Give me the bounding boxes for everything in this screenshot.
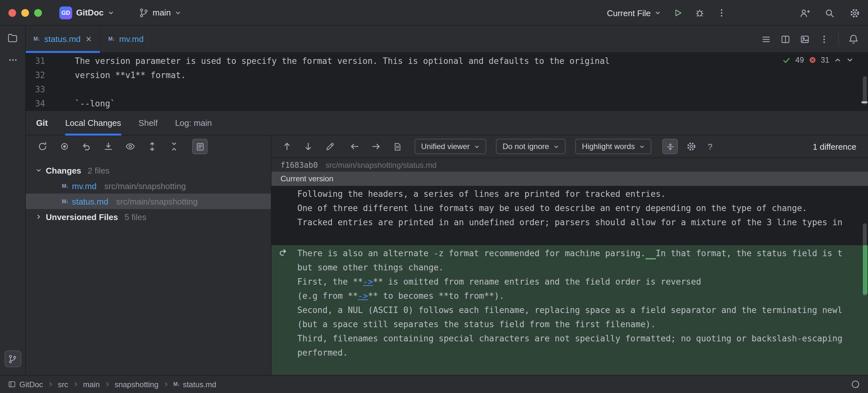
preview-eye-icon[interactable]: [123, 139, 138, 154]
close-tab-icon[interactable]: [85, 35, 92, 42]
tab-local-changes[interactable]: Local Changes: [65, 111, 121, 135]
tree-file-status-md[interactable]: M↓ status.md src/main/snapshotting: [26, 193, 271, 209]
toolwindow-title: Git: [36, 118, 48, 128]
rollback-icon[interactable]: [79, 139, 94, 154]
help-button[interactable]: ?: [705, 142, 715, 151]
tab-options-kebab-icon[interactable]: [819, 34, 829, 44]
whitespace-ignore-dropdown[interactable]: Do not ignore: [496, 139, 566, 154]
diff-line: There is also an alternate -z format rec…: [272, 246, 868, 261]
run-configuration-selector[interactable]: Current File: [607, 8, 661, 18]
settings-gear-icon[interactable]: [849, 7, 860, 19]
minimize-window-button[interactable]: [21, 9, 29, 17]
project-tool-button[interactable]: [7, 32, 18, 43]
difference-count: 1 difference: [813, 142, 860, 151]
markdown-link[interactable]: ->: [363, 277, 373, 286]
code-text: version **v1** format.: [75, 68, 186, 83]
preview-diff-toggle[interactable]: [192, 139, 208, 154]
breadcrumb-snapshotting[interactable]: snapshotting: [115, 380, 158, 389]
commit-target-icon[interactable]: [57, 139, 72, 154]
breadcrumb-src[interactable]: src: [58, 380, 68, 389]
tab-log-main[interactable]: Log: main: [175, 111, 212, 135]
changes-tree: Changes 2 files M↓ mv.md src/main/snapsh…: [26, 157, 271, 224]
collapse-all-icon[interactable]: [166, 139, 182, 154]
preview-image-icon[interactable]: [800, 34, 810, 44]
more-tool-windows-icon[interactable]: [7, 55, 18, 65]
chevron-right-icon[interactable]: [35, 214, 42, 220]
version-label-bar: Current version: [272, 172, 868, 186]
tree-file-mv-md[interactable]: M↓ mv.md src/main/snapshotting: [26, 178, 271, 193]
tree-node-changes[interactable]: Changes 2 files: [26, 162, 271, 178]
markdown-file-icon: M↓: [34, 36, 40, 42]
chevron-right-icon: [163, 382, 169, 387]
file-path: src/main/snapshotting: [116, 196, 198, 206]
previous-change-arrow-icon[interactable]: [279, 139, 295, 154]
editor-line[interactable]: 31 The version parameter is used to spec…: [26, 54, 868, 68]
code-with-me-icon[interactable]: [799, 7, 810, 19]
expand-all-icon[interactable]: [145, 139, 160, 154]
previous-problem-chevron-icon[interactable]: [834, 56, 842, 64]
markdown-link[interactable]: ->: [358, 291, 368, 301]
tab-label: mv.md: [119, 34, 144, 44]
chevron-down-icon: [554, 144, 559, 149]
back-arrow-icon[interactable]: [347, 139, 363, 154]
tab-mv-md[interactable]: M↓ mv.md: [101, 26, 152, 52]
chevron-down-icon: [655, 10, 661, 16]
tab-shelf[interactable]: Shelf: [138, 111, 158, 135]
run-widget: Current File: [607, 0, 727, 26]
refresh-icon[interactable]: [35, 139, 50, 154]
line-number: 31: [26, 54, 45, 68]
next-problem-chevron-icon[interactable]: [846, 56, 854, 64]
diff-settings-gear-icon[interactable]: [684, 139, 700, 154]
tab-status-md[interactable]: M↓ status.md: [26, 26, 101, 52]
project-window-icon: [8, 380, 16, 389]
chevron-down-icon[interactable]: [35, 167, 42, 174]
divider: [838, 32, 839, 46]
edit-pencil-icon[interactable]: [322, 139, 337, 154]
tool-window-stripe: [0, 26, 26, 375]
project-name: GitDoc: [76, 8, 103, 18]
editor-line[interactable]: 32 version **v1** format.: [26, 68, 868, 83]
run-icon[interactable]: [673, 8, 683, 18]
diff-file-path: src/main/snapshotting/status.md: [326, 160, 437, 170]
markdown-editor[interactable]: 31 The version parameter is used to spec…: [26, 53, 868, 111]
chevron-right-icon: [104, 382, 110, 387]
git-tool-button[interactable]: [4, 351, 21, 367]
highlight-mode-dropdown[interactable]: Highlight words: [576, 139, 652, 154]
viewer-mode-dropdown[interactable]: Unified viewer: [415, 139, 487, 154]
split-editor-icon[interactable]: [780, 34, 790, 44]
diff-line: Third, filenames containing special char…: [272, 332, 868, 346]
zoom-window-button[interactable]: [34, 9, 42, 17]
collapse-unchanged-toggle[interactable]: [662, 139, 678, 154]
notifications-bell-icon[interactable]: [848, 34, 859, 44]
close-window-button[interactable]: [8, 9, 16, 17]
markdown-file-icon: M↓: [62, 183, 68, 189]
editor-line[interactable]: 34 `--long`: [26, 97, 868, 111]
breadcrumb-status-md[interactable]: M↓ status.md: [174, 380, 216, 389]
tree-node-unversioned[interactable]: Unversioned Files 5 files: [26, 209, 271, 224]
next-change-arrow-icon[interactable]: [301, 139, 316, 154]
version-label: Current version: [281, 174, 333, 183]
editor-line[interactable]: 33: [26, 83, 868, 97]
open-in-editor-icon[interactable]: [390, 139, 405, 154]
diff-context-block: Following the headers, a series of lines…: [272, 186, 868, 230]
editor-scrollbar-thumb[interactable]: [863, 76, 867, 104]
revert-change-icon[interactable]: [278, 247, 288, 257]
diff-content[interactable]: Following the headers, a series of lines…: [272, 186, 868, 375]
more-actions-icon[interactable]: [716, 8, 727, 18]
diff-line: but some other things change.: [272, 261, 868, 275]
status-notifications-icon[interactable]: [850, 380, 860, 389]
forward-arrow-icon[interactable]: [368, 139, 384, 154]
breadcrumb-main[interactable]: main: [83, 380, 100, 389]
shelve-icon[interactable]: [101, 139, 116, 154]
git-branch-widget[interactable]: main: [138, 7, 181, 18]
debug-icon[interactable]: [694, 8, 705, 18]
search-everywhere-icon[interactable]: [824, 7, 835, 19]
unversioned-group-label: Unversioned Files: [46, 212, 118, 222]
breadcrumb-project[interactable]: GitDoc: [8, 380, 43, 389]
inspections-widget[interactable]: 49 31: [782, 56, 854, 64]
structure-list-icon[interactable]: [761, 34, 771, 44]
local-changes-panel: Changes 2 files M↓ mv.md src/main/snapsh…: [26, 135, 272, 375]
line-number: 34: [26, 97, 45, 111]
project-widget[interactable]: GD GitDoc: [59, 6, 114, 19]
markdown-file-icon: M↓: [108, 36, 115, 42]
